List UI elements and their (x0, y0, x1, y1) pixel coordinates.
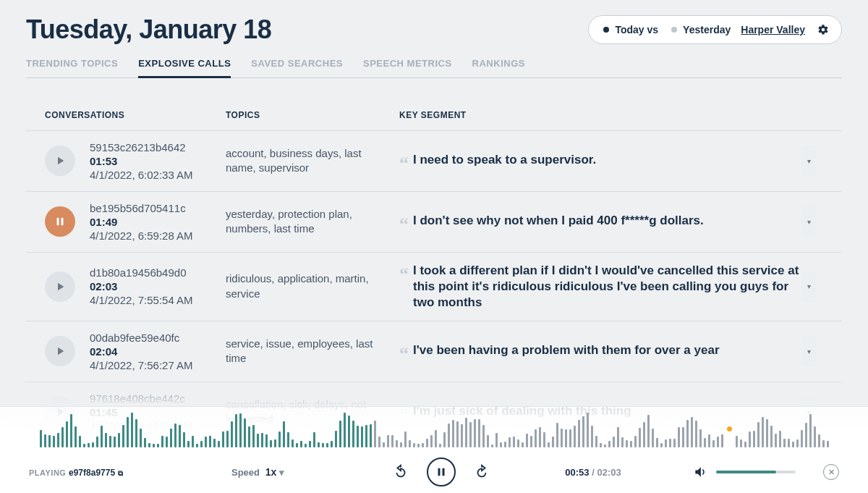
waveform-bar (96, 437, 98, 447)
waveform-bar (305, 444, 307, 447)
close-player-button[interactable]: ✕ (823, 464, 839, 480)
waveform-bar (174, 424, 176, 447)
waveform-bar (818, 434, 820, 447)
segment-text: I don't see why not when I paid 400 f***… (413, 213, 704, 229)
conversation-timestamp: 4/1/2022, 7:56:27 AM (90, 359, 226, 371)
waveform-bar (205, 437, 207, 447)
waveform-marker[interactable] (727, 426, 732, 431)
waveform-bar (647, 415, 650, 447)
play-pause-button[interactable] (427, 458, 456, 486)
segment-text: I've been having a problem with them for… (413, 342, 720, 358)
waveform-bar (235, 414, 237, 447)
play-button[interactable] (45, 336, 75, 366)
playing-track-id[interactable]: e97f8a9775⧉ (69, 468, 123, 478)
waveform-bar (608, 441, 610, 447)
waveform-bar (582, 416, 584, 447)
play-button[interactable] (45, 271, 75, 302)
waveform-bar (600, 443, 602, 447)
waveform-bar (704, 438, 706, 447)
speed-label: Speed (231, 467, 260, 478)
waveform-bar (452, 420, 454, 447)
waveform-bar (669, 439, 671, 447)
waveform-bar (413, 443, 415, 447)
tab-explosive-calls[interactable]: EXPLOSIVE CALLS (138, 58, 231, 78)
waveform-bar (318, 442, 320, 447)
play-button[interactable] (45, 206, 75, 237)
topics-cell: account, business days, last name, super… (226, 146, 399, 176)
conversation-duration: 02:04 (90, 345, 226, 358)
waveform-bar (814, 426, 816, 447)
waveform-bar (482, 425, 485, 447)
table-row: d1b80a19456b49d002:034/1/2022, 7:55:54 A… (26, 253, 842, 321)
tab-saved-searches[interactable]: SAVED SEARCHES (251, 58, 343, 77)
conversation-meta: be195b56d705411c01:494/1/2022, 6:59:28 A… (90, 202, 226, 242)
waveform-bar (391, 435, 393, 447)
waveform-bar (92, 442, 94, 447)
waveform-bar (805, 423, 807, 447)
waveform-bar (443, 432, 446, 447)
waveform-bar (278, 431, 281, 447)
waveform-bar (339, 421, 341, 447)
volume-slider[interactable] (716, 471, 796, 473)
tab-trending-topics[interactable]: TRENDING TOPICS (26, 58, 118, 77)
waveform-bar (822, 440, 825, 447)
expand-button[interactable]: ▾ (801, 206, 816, 237)
waveform-bar (595, 436, 597, 447)
waveform-bar (678, 427, 680, 447)
waveform-bar (361, 426, 363, 447)
waveform-bar (604, 444, 606, 447)
dot-icon (671, 27, 677, 33)
waveform-bar (326, 443, 328, 447)
conversation-timestamp: 4/1/2022, 7:55:54 AM (90, 294, 226, 306)
open-external-icon[interactable]: ⧉ (118, 469, 123, 477)
waveform-bar (270, 440, 272, 447)
waveform-bar (686, 420, 689, 447)
volume-icon[interactable] (693, 465, 707, 479)
forward-button[interactable] (473, 463, 490, 481)
waveform-bar (404, 431, 407, 447)
waveform-bar (374, 421, 376, 447)
gear-icon[interactable] (817, 23, 830, 36)
expand-button[interactable]: ▾ (801, 271, 816, 303)
pill-link[interactable]: Harper Valley (741, 24, 805, 35)
waveform-bar (744, 442, 746, 447)
expand-button[interactable]: ▾ (801, 335, 816, 367)
waveform-bar (296, 443, 298, 447)
speed-control[interactable]: Speed 1x ▾ (231, 466, 347, 478)
expand-button[interactable]: ▾ (801, 145, 816, 177)
waveform-bar (422, 443, 424, 447)
waveform-bar (809, 414, 812, 447)
waveform[interactable] (0, 410, 868, 447)
audio-player: PLAYING e97f8a9775⧉ Speed 1x ▾ 00:53 / 0… (0, 406, 868, 493)
waveform-bar (283, 421, 285, 447)
topics-cell: ridiculous, application, martin, service (226, 271, 399, 301)
waveform-bar (118, 433, 120, 448)
conversation-id: 59153c26213b4642 (90, 141, 226, 153)
waveform-bar (88, 443, 90, 447)
play-button[interactable] (45, 146, 75, 176)
waveform-bar (135, 419, 137, 447)
comparison-pill[interactable]: Today vs Yesterday Harper Valley (588, 15, 842, 44)
topics-cell: yesterday, protection plan, numbers, las… (226, 207, 399, 237)
waveform-bar (114, 437, 116, 447)
waveform-bar (699, 429, 702, 447)
waveform-bar (665, 439, 667, 447)
waveform-bar (348, 416, 350, 447)
waveform-bar (465, 418, 467, 447)
time-display: 00:53 / 02:03 (535, 467, 651, 478)
waveform-bar (292, 439, 294, 447)
waveform-bar (196, 444, 198, 447)
rewind-button[interactable] (392, 463, 409, 481)
waveform-bar (522, 442, 524, 447)
waveform-bar (148, 443, 150, 447)
waveform-bar (140, 429, 142, 447)
volume-control[interactable] (651, 465, 796, 479)
tab-rankings[interactable]: RANKINGS (472, 58, 525, 77)
tab-speech-metrics[interactable]: SPEECH METRICS (363, 58, 452, 77)
waveform-bar (248, 426, 250, 447)
waveform-bar (556, 423, 558, 447)
waveform-bar (478, 419, 480, 447)
page-title: Tuesday, January 18 (26, 14, 271, 45)
waveform-bar (691, 417, 693, 447)
waveform-bar (226, 431, 229, 447)
